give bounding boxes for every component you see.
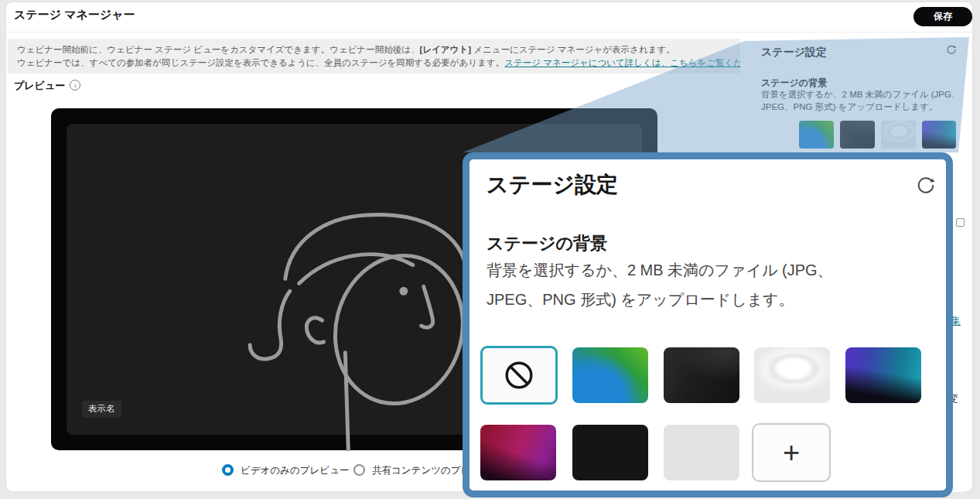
app-window: ステージ マネージャー 保存 ウェビナー開始前に、ウェビナー ステージ ビューを…: [0, 0, 980, 499]
sidebar-description-line1: 背景を選択するか、2 MB 未満のファイル (JPG、: [761, 89, 960, 101]
bg-tile-purple-teal[interactable]: [845, 347, 921, 403]
radio-shared-content[interactable]: [353, 464, 365, 476]
bg-tile-dark-charcoal[interactable]: [840, 121, 875, 149]
bg-tile-blue-green[interactable]: [572, 347, 648, 403]
bg-tile-blue-green[interactable]: [799, 121, 834, 149]
bg-tile-solid-light-gray[interactable]: [664, 425, 739, 480]
bg-tile-light-gray[interactable]: [754, 347, 830, 403]
refresh-icon[interactable]: [945, 44, 958, 56]
radio-video-only-label[interactable]: ビデオのみのプレビュー: [241, 465, 349, 477]
magnifier-section-title: ステージの背景: [487, 232, 607, 255]
bg-tile-solid-black[interactable]: [572, 425, 648, 480]
page-title: ステージ マネージャー: [14, 8, 135, 22]
sidebar-title: ステージ設定: [761, 46, 827, 60]
header-divider: [6, 32, 972, 32]
bg-tile-none[interactable]: [480, 346, 558, 405]
refresh-icon[interactable]: [914, 175, 937, 198]
radio-video-only[interactable]: [222, 464, 234, 476]
notice-line-2: ウェビナーでは、すべての参加者が同じステージ設定を表示できるように、全員のステー…: [17, 56, 731, 70]
bg-tile-light-gray[interactable]: [881, 121, 916, 149]
notice-line-1: ウェビナー開始前に、ウェビナー ステージ ビューをカスタマイズできます。ウェビナ…: [17, 43, 731, 56]
add-background-button[interactable]: +: [752, 423, 831, 482]
learn-more-link[interactable]: ステージ マネージャについて詳しくは、こちらをご覧ください。: [504, 58, 740, 67]
notice-banner: ウェビナー開始前に、ウェビナー ステージ ビューをカスタマイズできます。ウェビナ…: [8, 39, 740, 73]
prohibited-icon: [501, 357, 537, 393]
preview-heading: プレビュー: [14, 79, 80, 93]
save-button[interactable]: 保存: [913, 7, 972, 26]
magnifier-description-line1: 背景を選択するか、2 MB 未満のファイル (JPG、: [487, 260, 833, 281]
plus-icon: +: [783, 436, 800, 470]
sidebar-section-title: ステージの背景: [761, 77, 827, 90]
bg-tile-dark-charcoal[interactable]: [664, 347, 739, 403]
magnifier-description-line2: JPEG、PNG 形式) をアップロードします。: [487, 289, 794, 310]
display-name-badge: 表示名: [82, 401, 121, 418]
bg-tile-purple-teal[interactable]: [922, 121, 956, 149]
stage-settings-magnifier: ステージ設定 ステージの背景 背景を選択するか、2 MB 未満のファイル (JP…: [463, 152, 953, 497]
sidebar-checkbox-fragment[interactable]: [956, 218, 965, 227]
bg-tile-red-magenta[interactable]: [480, 425, 556, 480]
info-icon[interactable]: [70, 80, 80, 91]
magnifier-title: ステージ設定: [487, 170, 618, 200]
sidebar-description-line2: JPEG、PNG 形式) をアップロードします。: [761, 101, 938, 113]
